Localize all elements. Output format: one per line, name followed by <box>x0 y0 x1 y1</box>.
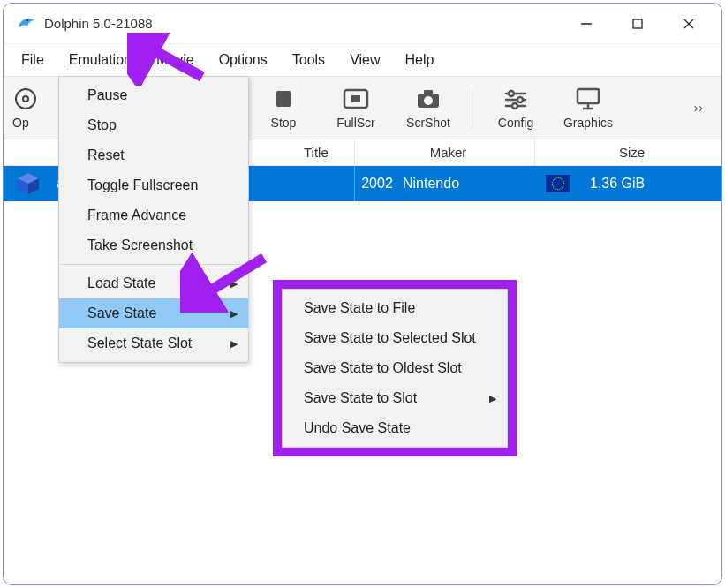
column-header-maker[interactable]: Maker <box>355 139 535 165</box>
toolbar-scrshot-label: ScrShot <box>406 116 450 130</box>
svg-line-26 <box>196 258 264 299</box>
window-controls <box>561 6 714 41</box>
menu-view[interactable]: View <box>337 44 392 76</box>
submenu-undo-save-state[interactable]: Undo Save State <box>283 413 507 443</box>
menu-help[interactable]: Help <box>393 44 447 76</box>
toolbar-graphics[interactable]: Graphics <box>554 79 623 137</box>
menu-item-toggle-fullscreen[interactable]: Toggle Fullscreen <box>59 170 248 200</box>
svg-rect-7 <box>276 91 291 107</box>
dolphin-logo-icon <box>16 13 37 34</box>
menu-item-reset[interactable]: Reset <box>59 140 248 170</box>
toolbar-open[interactable]: Op <box>12 79 48 137</box>
svg-rect-2 <box>633 19 642 28</box>
toolbar-config[interactable]: Config <box>481 79 550 137</box>
fullscreen-icon <box>343 86 369 112</box>
menu-item-stop[interactable]: Stop <box>59 110 248 140</box>
monitor-icon <box>575 86 601 112</box>
emulation-menu-dropdown: Pause Stop Reset Toggle Fullscreen Frame… <box>58 76 249 363</box>
svg-point-0 <box>26 19 28 21</box>
toolbar-separator <box>472 87 472 129</box>
minimize-button[interactable] <box>561 6 612 41</box>
submenu-save-to-oldest-slot[interactable]: Save State to Oldest Slot <box>283 353 507 383</box>
chevron-right-icon: ▶ <box>489 393 496 404</box>
disc-icon <box>12 86 39 112</box>
svg-point-14 <box>509 91 514 96</box>
menu-tools[interactable]: Tools <box>280 44 337 76</box>
camera-icon <box>415 86 442 112</box>
menubar: File Emulation Movie Options Tools View … <box>4 44 721 76</box>
toolbar-config-label: Config <box>498 116 533 130</box>
svg-rect-11 <box>424 90 433 94</box>
window-title: Dolphin 5.0-21088 <box>44 16 153 31</box>
column-header-size[interactable]: Size <box>535 139 721 165</box>
annotation-arrow-icon <box>127 33 207 86</box>
close-button[interactable] <box>663 6 714 41</box>
toolbar-stop[interactable]: Stop <box>249 79 318 137</box>
app-window: Dolphin 5.0-21088 File Emulation Movie O… <box>3 3 722 585</box>
svg-rect-19 <box>578 89 599 103</box>
annotation-arrow-icon <box>180 251 268 313</box>
game-maker: Nintendo <box>399 176 535 192</box>
submenu-save-to-slot[interactable]: Save State to Slot▶ <box>283 383 507 413</box>
maximize-button[interactable] <box>612 6 663 41</box>
svg-rect-9 <box>351 95 360 102</box>
toolbar-graphics-label: Graphics <box>563 116 613 130</box>
game-year: 2002 <box>355 176 399 192</box>
titlebar: Dolphin 5.0-21088 <box>4 4 721 44</box>
stop-icon <box>270 86 297 112</box>
svg-point-18 <box>512 103 517 109</box>
menu-item-frame-advance[interactable]: Frame Advance <box>59 200 248 230</box>
game-size: 1.36 GiB <box>581 176 721 192</box>
menu-item-select-state-slot[interactable]: Select State Slot▶ <box>59 328 248 358</box>
save-state-submenu: Save State to File Save State to Selecte… <box>282 289 508 448</box>
svg-line-25 <box>140 43 202 77</box>
toolbar-scrshot[interactable]: ScrShot <box>394 79 463 137</box>
svg-point-16 <box>517 97 523 102</box>
region-flag-eu-icon <box>535 175 581 192</box>
toolbar-fullscr-label: FullScr <box>336 116 375 130</box>
submenu-save-to-selected-slot[interactable]: Save State to Selected Slot <box>283 323 507 353</box>
sliders-icon <box>502 86 529 112</box>
chevron-right-icon: ▶ <box>230 338 238 350</box>
toolbar-fullscr[interactable]: FullScr <box>321 79 390 137</box>
toolbar-open-label-partial: Op <box>12 116 29 130</box>
svg-point-6 <box>23 96 28 102</box>
menu-options[interactable]: Options <box>207 44 280 76</box>
toolbar-stop-label: Stop <box>271 116 297 130</box>
svg-point-5 <box>16 89 35 109</box>
gamecube-icon <box>4 170 53 197</box>
toolbar-overflow-icon[interactable]: ›› <box>685 101 713 115</box>
submenu-save-to-file[interactable]: Save State to File <box>283 293 507 323</box>
menu-file[interactable]: File <box>9 44 57 76</box>
annotation-highlight-box: Save State to File Save State to Selecte… <box>273 280 517 456</box>
svg-point-12 <box>424 96 433 105</box>
